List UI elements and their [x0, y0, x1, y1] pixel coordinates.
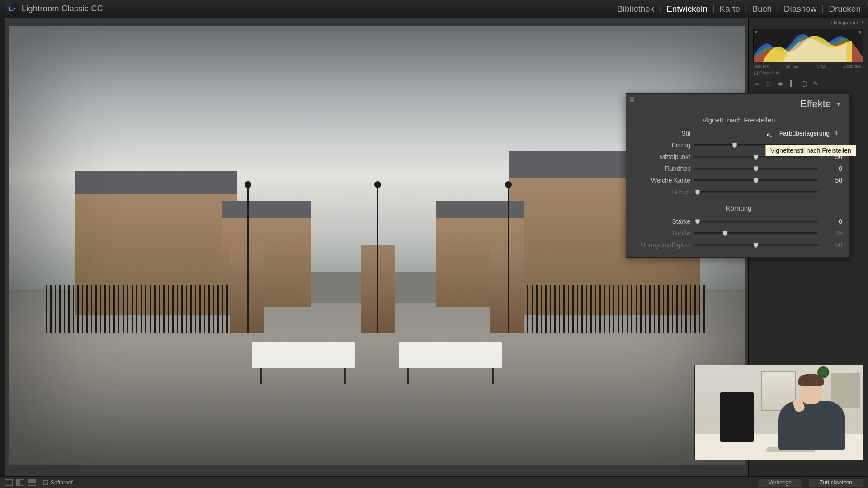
slider-thumb[interactable]: [695, 219, 700, 225]
spot-tool-icon[interactable]: ◌: [765, 80, 772, 87]
highlight-clip-indicator[interactable]: ◥: [858, 30, 862, 34]
grain-section-title: Körnung: [635, 204, 842, 212]
chevron-down-icon: ▼: [835, 101, 841, 108]
slider-thumb[interactable]: [753, 242, 759, 249]
grain-slider-row: Stärke0: [635, 216, 842, 227]
grain-slider-row: Unregelmäßigkeit50: [635, 239, 842, 251]
grain-slider-track[interactable]: [694, 221, 818, 223]
histogram-label: Histogramm: [831, 20, 858, 25]
grain-slider-track[interactable]: [694, 244, 818, 246]
dropdown-caret-icon: ⇅: [834, 131, 838, 136]
shadow-clip-indicator[interactable]: ◤: [755, 30, 759, 34]
app-logo: Lr Lightroom Classic CC: [6, 3, 103, 15]
histogram-meta: ISO 100 16 mm ƒ / 5,0 1/250 Sek.: [749, 63, 868, 70]
vignette-slider-row: Lichter: [635, 186, 842, 198]
meta-shutter: 1/250 Sek.: [843, 64, 863, 69]
vignette-slider-label: Weiche Kante: [635, 177, 690, 184]
grain-slider-label: Stärke: [635, 218, 690, 225]
softproof-label: Softproof: [51, 479, 73, 486]
effects-panel-title: Effekte: [800, 98, 831, 110]
histogram-header[interactable]: Histogramm ▼: [749, 18, 868, 27]
vignette-slider-track[interactable]: [694, 179, 818, 182]
app-title: Lightroom Classic CC: [22, 4, 103, 14]
chevron-down-icon: ▼: [861, 20, 864, 24]
meta-focal: 16 mm: [786, 64, 798, 69]
meta-iso: ISO 100: [754, 64, 769, 69]
brush-tool-icon[interactable]: ✎: [812, 80, 819, 87]
tooltip: Vignettenstil nach Freistellen: [765, 145, 856, 156]
grain-slider-label: Größe: [635, 230, 690, 237]
slider-thumb[interactable]: [753, 166, 759, 172]
grain-slider-value[interactable]: 0: [821, 218, 842, 225]
vignette-slider-row: Rundheit0: [635, 163, 842, 174]
grain-slider-label: Unregelmäßigkeit: [635, 241, 690, 249]
radial-tool-icon[interactable]: ◯: [800, 80, 807, 87]
reset-button[interactable]: Zurücksetzen: [808, 478, 863, 487]
view-mode-icons: [5, 479, 36, 486]
original-checkbox[interactable]: [754, 71, 758, 75]
vignette-slider-value[interactable]: 0: [821, 165, 842, 172]
grain-slider-value[interactable]: 25: [821, 230, 842, 237]
vignette-style-value: Farbüberlagerung: [779, 130, 830, 137]
grain-slider-row: Größe25: [635, 227, 842, 239]
app-header: Lr Lightroom Classic CC ▼ Bibliothek| En…: [0, 0, 868, 18]
slider-thumb[interactable]: [753, 154, 759, 160]
local-tools: ▭ ◌ ◉ ▌ ◯ ✎: [749, 78, 868, 89]
panel-collapse-top[interactable]: ▼: [434, 0, 868, 8]
original-label: Originalfoto: [760, 70, 780, 75]
vignette-slider-value[interactable]: 50: [821, 177, 842, 184]
before-after-lr-icon[interactable]: [16, 479, 24, 486]
vignette-section-title: Vignett. nach Freistellen: [635, 116, 842, 124]
loupe-view-icon[interactable]: [5, 479, 13, 486]
original-photo-row[interactable]: Originalfoto: [749, 70, 868, 78]
crop-tool-icon[interactable]: ▭: [753, 80, 760, 87]
bottom-toolbar: Softproof Vorherige Zurücksetzen: [0, 476, 868, 488]
vignette-style-row: Stil Farbüberlagerung ⇅: [635, 127, 842, 139]
meta-aperture: ƒ / 5,0: [815, 64, 826, 69]
vignette-slider-track[interactable]: [694, 191, 818, 193]
vignette-slider-label: Betrag: [635, 141, 690, 149]
slider-thumb[interactable]: [695, 189, 700, 196]
softproof-checkbox[interactable]: [43, 480, 48, 485]
logo-mark: Lr: [6, 3, 18, 15]
vignette-slider-label: Rundheit: [635, 165, 690, 172]
vignette-style-label: Stil: [635, 130, 690, 137]
effects-panel-header[interactable]: Effekte ▼: [626, 94, 849, 113]
vignette-slider-row: Weiche Kante50: [635, 174, 842, 186]
left-gutter: [0, 18, 5, 476]
before-after-tb-icon[interactable]: [28, 479, 36, 486]
grain-slider-track[interactable]: [694, 232, 818, 235]
effects-panel: Effekte ▼ Vignett. nach Freistellen Stil…: [626, 93, 850, 258]
slider-thumb[interactable]: [753, 178, 759, 184]
vignette-slider-track[interactable]: [694, 168, 818, 170]
previous-button[interactable]: Vorherige: [757, 478, 803, 487]
panel-toggle-switch[interactable]: [630, 96, 634, 103]
slider-thumb[interactable]: [722, 230, 728, 237]
grain-slider-value[interactable]: 50: [821, 241, 842, 249]
grad-tool-icon[interactable]: ▌: [788, 80, 796, 87]
vignette-slider-label: Lichter: [635, 188, 690, 196]
webcam-overlay: [694, 365, 863, 460]
vignette-slider-label: Mittelpunkt: [635, 153, 690, 160]
redeye-tool-icon[interactable]: ◉: [777, 80, 784, 87]
slider-thumb[interactable]: [732, 142, 737, 149]
histogram[interactable]: ◤ ◥: [753, 29, 863, 62]
